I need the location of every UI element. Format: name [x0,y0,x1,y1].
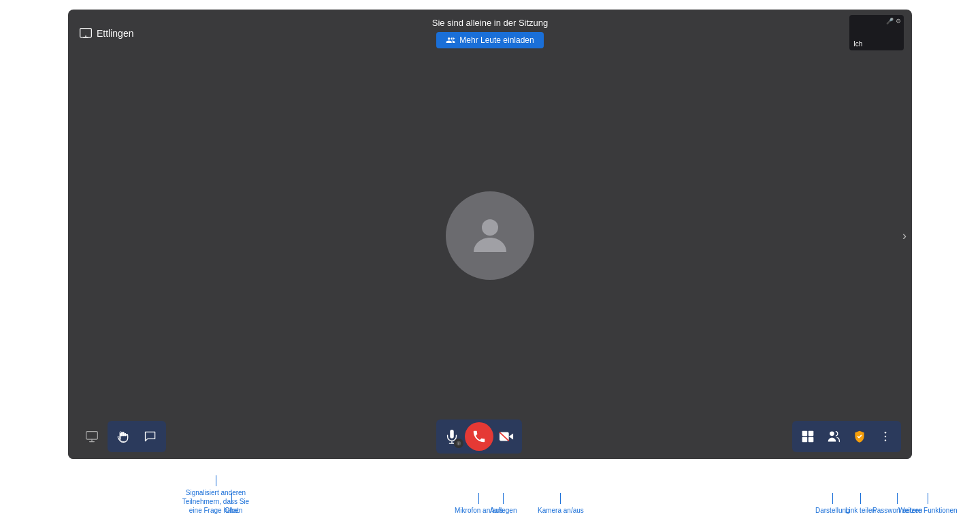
mic-badge-icon: ↑ [456,441,461,446]
chat-annotation-text: Chat [225,506,239,515]
camera-annotation: Kamera an/aus [538,493,584,515]
link-annotation: Link teilen [845,493,876,515]
chat-icon [144,430,157,443]
svg-text:↑: ↑ [458,441,460,445]
mic-annotation-line [478,493,479,504]
invite-icon [446,35,455,45]
invite-button[interactable]: Mehr Leute einladen [436,32,543,48]
hangup-annotation-line [503,493,504,504]
mic-annotation: Mikrofon an/aus [455,493,503,515]
mic-button[interactable]: ↑ [439,424,465,449]
person-icon [466,211,514,260]
main-video-area: › [68,57,912,414]
layout-annotation-line [832,493,833,504]
top-bar: Ettlingen Sie sind alleine in der Sitzun… [68,10,912,57]
more-icon [879,430,892,443]
hangup-annotation: Auflegen [490,493,517,515]
layout-button[interactable] [795,424,821,449]
top-center: Sie sind alleine in der Sitzung Mehr Leu… [432,18,549,48]
layout-annotation: Darstellung [815,493,850,515]
more-button[interactable] [872,424,898,449]
password-annotation-text: Passwort setzen [872,506,922,515]
logo-area: Ettlingen [79,27,133,40]
invite-btn-label: Mehr Leute einladen [459,35,534,45]
toolbar-center: ↑ [436,419,522,454]
screen-share-button[interactable] [79,424,105,449]
logo-icon [79,27,93,40]
camera-icon [499,429,514,444]
password-annotation-line [897,493,898,504]
mic-badge: ↑ [454,439,463,448]
link-annotation-text: Link teilen [845,506,876,515]
camera-annotation-line [560,493,561,504]
camera-annotation-text: Kamera an/aus [538,506,584,515]
avatar-circle [446,191,534,280]
screen-share-icon [85,430,99,443]
svg-point-14 [885,436,887,438]
chat-annotation: Chat [225,493,239,515]
hangup-button[interactable] [465,422,493,451]
svg-point-15 [885,440,887,442]
shield-icon [853,430,866,443]
svg-rect-10 [802,437,808,443]
svg-rect-11 [808,437,814,443]
svg-rect-3 [86,432,98,440]
layout-annotation-text: Darstellung [815,506,850,515]
hand-annotation-text: Signalisiert anderen Teilnehmern, dass S… [178,488,253,515]
svg-point-2 [482,219,498,236]
svg-point-13 [885,432,887,434]
hand-chat-group [108,421,166,452]
shield-button[interactable] [847,424,872,449]
hand-raise-button[interactable] [110,424,136,449]
chevron-right-icon[interactable]: › [902,228,906,242]
more-annotation: Weitere Funktionen [898,493,958,515]
hangup-icon [472,429,487,444]
ich-label: Ich [853,40,862,48]
self-preview: Ich 🎤 ⚙ [849,15,904,50]
more-annotation-line [928,493,928,504]
hangup-annotation-text: Auflegen [490,506,517,515]
more-annotation-text: Weitere Funktionen [898,506,958,515]
camera-button[interactable] [493,424,519,449]
mic-annotation-text: Mikrofon an/aus [455,506,503,515]
chat-button[interactable] [137,424,163,449]
hand-annotation-line [216,475,216,486]
layout-icon [801,430,815,443]
toolbar-right [792,421,901,452]
logo-text: Ettlingen [97,28,133,39]
page-wrapper: Ettlingen Sie sind alleine in der Sitzun… [0,0,980,523]
bottom-toolbar: ↑ [68,414,912,459]
svg-point-12 [830,432,834,437]
svg-rect-8 [802,431,808,437]
participants-icon [827,430,840,443]
password-annotation: Passwort setzen [872,493,922,515]
hand-icon [116,430,130,443]
alone-text: Sie sind alleine in der Sitzung [432,18,549,28]
chat-annotation-line [231,493,232,504]
video-container: Ettlingen Sie sind alleine in der Sitzun… [68,10,912,459]
preview-icons: 🎤 ⚙ [886,18,901,25]
toolbar-left [79,421,166,452]
link-annotation-line [860,493,861,504]
participants-button[interactable] [821,424,847,449]
svg-rect-9 [808,431,814,437]
hand-annotation: Signalisiert anderen Teilnehmern, dass S… [178,475,253,515]
